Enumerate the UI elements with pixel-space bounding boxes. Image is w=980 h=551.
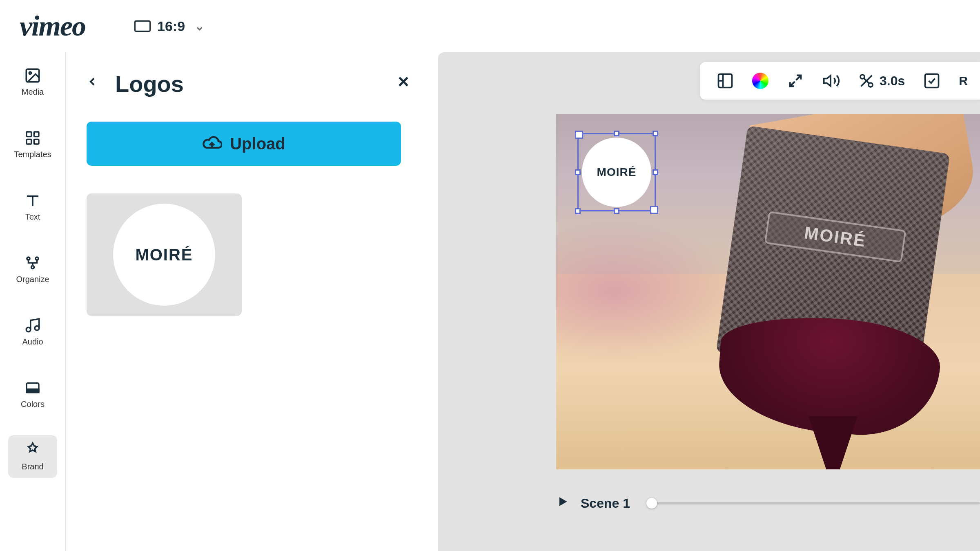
canvas-toolbar: 3.0s R — [700, 62, 980, 100]
replace-icon[interactable] — [923, 72, 941, 90]
logos-panel: Logos Upload MOIRÉ — [66, 52, 438, 551]
drip-graphic — [808, 416, 858, 469]
replace-label: R — [959, 74, 968, 88]
svg-point-1 — [29, 72, 31, 74]
play-bar: Scene 1 — [556, 489, 980, 518]
volume-icon[interactable] — [822, 72, 840, 90]
sidebar-item-label: Templates — [14, 150, 51, 159]
svg-rect-16 — [925, 74, 939, 88]
aspect-icon — [134, 20, 151, 32]
sidebar-item-templates[interactable]: Templates — [8, 123, 57, 166]
sidebar-item-label: Audio — [22, 337, 43, 347]
duration-value: 3.0s — [880, 73, 905, 89]
chevron-down-icon: ⌄ — [195, 20, 204, 33]
canvas-area: 3.0s R MOIRÉ — [438, 52, 980, 551]
sidebar-item-label: Colors — [21, 400, 45, 409]
logo-overlay-selection[interactable]: MOIRÉ — [577, 133, 656, 211]
svg-rect-3 — [34, 132, 39, 137]
music-icon — [24, 317, 41, 334]
timeline-track[interactable] — [650, 502, 980, 504]
brand-icon — [24, 442, 41, 459]
svg-point-9 — [26, 327, 31, 332]
svg-point-10 — [35, 326, 39, 331]
sidebar-item-text[interactable]: Text — [8, 185, 57, 228]
colors-icon — [24, 379, 41, 396]
text-icon — [24, 192, 41, 209]
sidebar-item-brand[interactable]: Brand — [8, 435, 57, 478]
layout-icon[interactable] — [716, 72, 734, 90]
svg-point-6 — [27, 257, 30, 260]
overlay-logo-text: MOIRÉ — [582, 138, 651, 207]
svg-rect-4 — [27, 139, 31, 144]
upload-button[interactable]: Upload — [87, 122, 401, 166]
timeline-knob[interactable] — [646, 498, 657, 509]
sidebar-item-label: Text — [25, 212, 40, 222]
upload-icon — [202, 134, 222, 153]
back-button[interactable] — [82, 69, 102, 99]
vimeo-logo: vimeo — [20, 10, 85, 42]
svg-rect-12 — [27, 389, 39, 392]
sidebar-item-label: Organize — [16, 275, 49, 284]
organize-icon — [24, 254, 41, 271]
svg-point-8 — [31, 266, 34, 269]
svg-point-7 — [36, 257, 38, 260]
svg-rect-2 — [27, 132, 31, 137]
duration-control[interactable]: 3.0s — [858, 73, 905, 89]
sidebar-item-media[interactable]: Media — [8, 60, 57, 103]
sidebar-item-organize[interactable]: Organize — [8, 248, 57, 291]
sidebar-item-label: Media — [22, 87, 44, 97]
image-icon — [24, 67, 41, 84]
grid-icon — [24, 129, 41, 147]
scene-label: Scene 1 — [581, 496, 630, 511]
expand-icon[interactable] — [786, 72, 804, 90]
sidebar-item-audio[interactable]: Audio — [8, 310, 57, 353]
aspect-ratio-selector[interactable]: 16:9 ⌄ — [134, 18, 204, 34]
logo-thumbnail[interactable]: MOIRÉ — [87, 193, 242, 316]
top-bar: vimeo 16:9 ⌄ — [0, 0, 980, 52]
panel-title: Logos — [115, 71, 379, 97]
aspect-ratio-label: 16:9 — [157, 18, 185, 34]
logo-thumbnail-text: MOIRÉ — [113, 204, 215, 306]
upload-label: Upload — [230, 135, 285, 153]
video-stage[interactable]: MOIRÉ MOIRÉ — [556, 114, 980, 469]
sidebar-item-label: Brand — [22, 462, 43, 471]
svg-rect-5 — [34, 139, 39, 144]
sidebar-item-colors[interactable]: Colors — [8, 373, 57, 415]
left-sidebar: Media Templates Text Organize — [0, 52, 66, 551]
play-button[interactable] — [556, 495, 569, 512]
color-wheel-icon[interactable] — [752, 73, 768, 89]
close-button[interactable] — [392, 70, 415, 97]
